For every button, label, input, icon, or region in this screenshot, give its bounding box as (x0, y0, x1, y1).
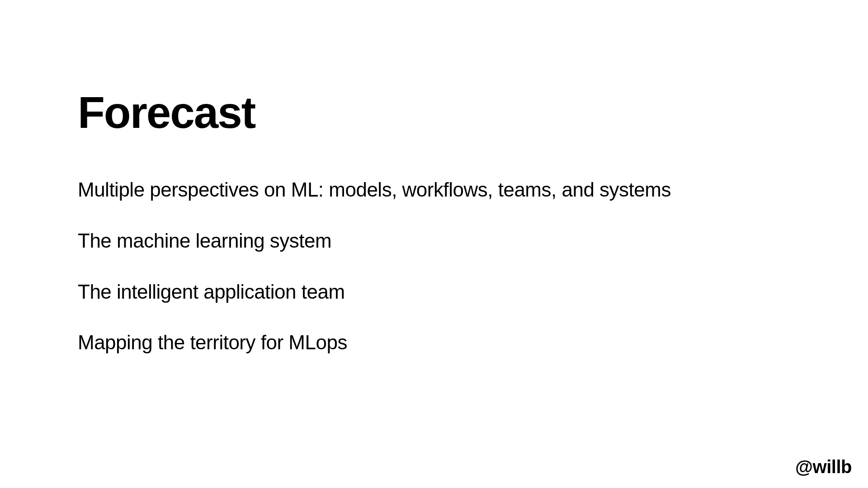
slide-line-2: The intelligent application team (78, 280, 790, 304)
slide-line-0: Multiple perspectives on ML: models, wor… (78, 178, 790, 202)
slide-line-1: The machine learning system (78, 229, 790, 253)
slide-line-3: Mapping the territory for MLops (78, 331, 790, 355)
slide-container: Forecast Multiple perspectives on ML: mo… (0, 0, 868, 488)
slide-title: Forecast (78, 90, 790, 135)
author-handle: @willb (795, 457, 852, 477)
